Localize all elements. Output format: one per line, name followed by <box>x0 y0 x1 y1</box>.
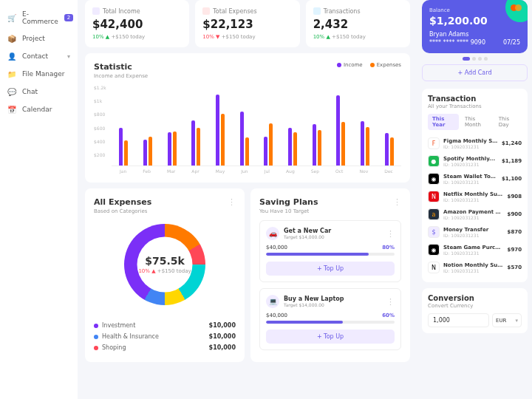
transaction-row[interactable]: NNotion Monthly SubscriptionID: 10920312… <box>428 259 522 276</box>
conversion-currency-select[interactable]: EUR▾ <box>492 313 522 327</box>
txn-amount: $1,100 <box>502 176 522 182</box>
nav-label: Contact <box>22 52 48 60</box>
saving-plan: 💻Buy a New LaptopTarget $14,000.00⋮$40,0… <box>259 288 401 350</box>
transaction-row[interactable]: ◉Steam Game PurchaseID: 1092031231$970 <box>428 241 522 259</box>
category-label: Shoping <box>102 344 126 351</box>
chevron-down-icon: ▾ <box>515 318 518 324</box>
more-icon[interactable]: ⋮ <box>386 297 395 307</box>
transaction-row[interactable]: $Money TransferID: 1092031231$870 <box>428 223 522 241</box>
chart-legend: Income Expenses <box>337 62 401 68</box>
nav-icon: 🛒 <box>7 13 16 22</box>
expenses-subtitle: Based on Categories <box>94 208 151 214</box>
card-number: **** **** **** 9090 <box>429 39 485 46</box>
txn-name: Amazon Payment Order... <box>443 209 504 215</box>
x-label: Jun <box>241 168 248 174</box>
sidebar-item-calendar[interactable]: 📅Calendar <box>0 100 78 118</box>
expense-bar <box>221 114 225 166</box>
sidebar-item-project[interactable]: 📦Project <box>0 30 78 47</box>
more-icon[interactable]: ⋮ <box>393 197 401 214</box>
saving-title: Saving Plans <box>259 197 318 207</box>
txn-amount: $908 <box>508 194 522 200</box>
expenses-title: All Expenses <box>94 197 151 207</box>
more-icon[interactable]: ⋮ <box>386 229 395 239</box>
card-pager[interactable] <box>422 57 528 61</box>
txn-amount: $870 <box>508 229 522 235</box>
statistic-card: Statistic Income and Expense Income Expe… <box>85 53 410 183</box>
x-label: Jul <box>265 168 270 174</box>
x-label: May <box>216 168 225 174</box>
saving-subtitle: You Have 10 Target <box>259 208 318 214</box>
stat-card: Transactions2,43210% ▲ +$150 today <box>306 0 410 47</box>
x-label: Mar <box>167 168 175 174</box>
txn-name: Steam Wallet Top Up <box>443 174 498 180</box>
progress-fill <box>266 253 369 256</box>
income-bar <box>168 132 171 166</box>
expense-bar <box>366 127 369 166</box>
sidebar-item-e-commerce[interactable]: 🛒E-Commerce2 <box>0 6 78 30</box>
card-expiry: 07/25 <box>503 39 520 46</box>
stat-card: Total Income$42,40010% ▲ +$150 today <box>85 0 189 47</box>
expense-bar <box>269 123 273 166</box>
conversion-amount-input[interactable]: 1,000 <box>428 313 489 327</box>
plan-icon: 🚗 <box>266 227 279 240</box>
txn-name: Steam Game Purchase <box>443 245 504 250</box>
category-label: Investment <box>102 322 135 329</box>
chevron-down-icon: ▾ <box>67 53 70 60</box>
plan-title: Get a New Car <box>284 228 331 234</box>
nav-label: Project <box>22 35 45 42</box>
x-label: Aug <box>286 168 295 174</box>
nav-icon: 📦 <box>7 34 16 43</box>
txn-icon: F <box>428 137 440 149</box>
transaction-row[interactable]: NNetflix Monthly SubscriptionID: 1092031… <box>428 188 522 205</box>
topup-button[interactable]: + Top Up <box>266 262 395 276</box>
expense-bar <box>149 137 152 166</box>
topup-button[interactable]: + Top Up <box>266 330 395 344</box>
income-bar <box>385 133 389 166</box>
conversion-section: Conversion Convert Currency 1,000 EUR▾ <box>422 288 528 333</box>
category-label: Health & Insurance <box>102 333 159 340</box>
nav-icon: 👤 <box>7 52 16 61</box>
stat-label: Transactions <box>324 8 361 15</box>
plan-amount: $40,000 <box>266 245 287 250</box>
txn-icon: $ <box>428 226 440 238</box>
plan-target: Target $14,000.00 <box>284 302 344 307</box>
x-label: Nov <box>360 168 369 174</box>
sidebar-item-file-manager[interactable]: 📁File Manager <box>0 65 78 83</box>
expense-row: Investment$10,000 <box>94 320 236 331</box>
progress-fill <box>266 321 343 324</box>
sidebar-item-contact[interactable]: 👤Contact▾ <box>0 47 78 65</box>
transaction-row[interactable]: FFigma Monthly SubscriptionID: 109203123… <box>428 134 522 152</box>
more-icon[interactable]: ⋮ <box>228 197 236 214</box>
bar-group <box>313 124 321 166</box>
balance-value: $1,200.00 <box>429 15 520 27</box>
tab-this-day[interactable]: This Day <box>494 114 522 130</box>
txn-id: ID: 1092031231 <box>443 268 504 273</box>
txn-icon: ● <box>428 155 440 167</box>
nav-label: Chat <box>22 88 38 95</box>
expense-bar <box>124 140 128 166</box>
txn-name: Netflix Monthly Subscription <box>443 191 504 197</box>
bar-group <box>385 133 394 166</box>
transaction-row[interactable]: ◉Steam Wallet Top UpID: 1092031231$1,100 <box>428 170 522 188</box>
bar-group <box>288 128 297 166</box>
balance-label: Balance <box>429 7 520 13</box>
txn-id: ID: 1092031231 <box>443 250 504 256</box>
txn-name: Notion Monthly Subscription <box>443 262 504 268</box>
transaction-row[interactable]: ●Spotify Monthly...ID: 1092031231$1,189 <box>428 152 522 170</box>
tab-this-year[interactable]: This Year <box>428 114 459 130</box>
stat-icon <box>202 7 210 15</box>
expense-bar <box>173 132 177 166</box>
nav-label: E-Commerce <box>22 10 58 25</box>
txn-id: ID: 1092031231 <box>443 233 504 238</box>
add-card-button[interactable]: + Add Card <box>422 64 528 81</box>
sidebar-item-chat[interactable]: 💬Chat <box>0 83 78 100</box>
plan-target: Target $14,000.00 <box>284 234 331 239</box>
balance-card[interactable]: Balance $1,200.00 Bryan Adams **** **** … <box>422 0 528 53</box>
category-amount: $10,000 <box>209 333 236 340</box>
transaction-row[interactable]: aAmazon Payment Order...ID: 1092031231$9… <box>428 205 522 223</box>
category-amount: $10,000 <box>209 344 236 351</box>
txn-icon: ◉ <box>428 244 440 256</box>
txn-icon: N <box>428 191 440 202</box>
txn-amount: $570 <box>508 265 522 270</box>
tab-this-month[interactable]: This Month <box>460 114 493 130</box>
